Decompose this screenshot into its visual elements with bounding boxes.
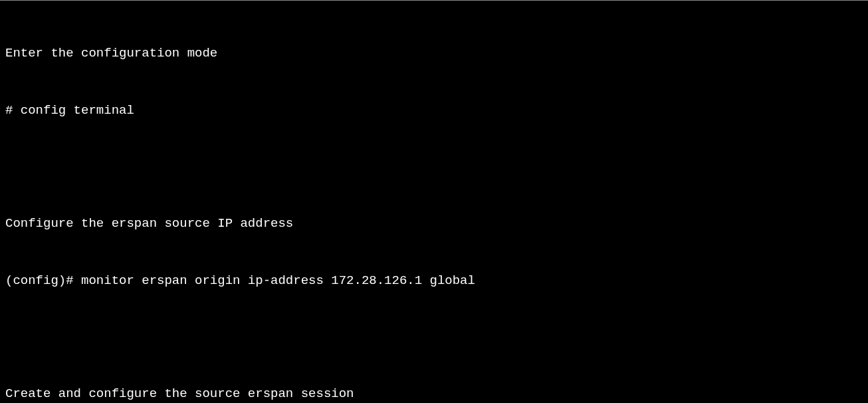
terminal-output[interactable]: Enter the configuration mode # config te… [5, 6, 863, 403]
terminal-line [5, 328, 863, 346]
terminal-line: Enter the configuration mode [5, 44, 863, 63]
terminal-line: Configure the erspan source IP address [5, 214, 863, 233]
terminal-line: # config terminal [5, 101, 863, 120]
terminal-line [5, 158, 863, 176]
terminal-line: Create and configure the source erspan s… [5, 384, 863, 403]
terminal-line: (config)# monitor erspan origin ip-addre… [5, 271, 863, 291]
